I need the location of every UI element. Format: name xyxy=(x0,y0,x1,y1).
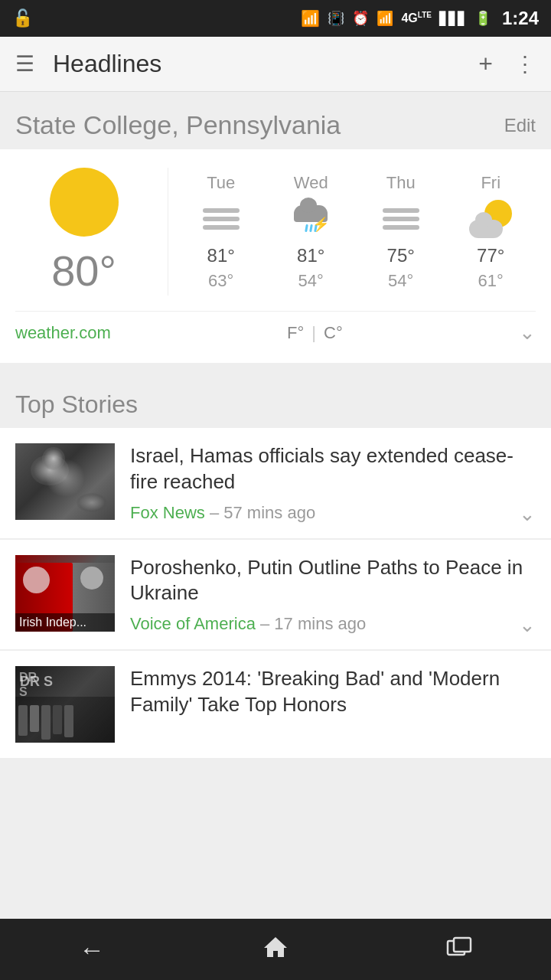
wifi-icon: 📶 xyxy=(377,10,393,27)
unit-divider: | xyxy=(311,323,316,343)
news-meta-2: Voice of America – 17 mins ago xyxy=(130,614,536,634)
4g-label: 4GLTE xyxy=(401,11,432,25)
news-expand-1[interactable]: ⌄ xyxy=(519,502,536,526)
forecast-label-wed: Wed xyxy=(294,173,328,193)
forecast-label-tue: Tue xyxy=(207,173,235,193)
news-thumbnail-1 xyxy=(15,443,115,520)
forecast-day-tue: Tue 81° 63° xyxy=(200,173,243,291)
battery-icon: 🔋 xyxy=(474,10,491,27)
celsius-toggle[interactable]: C° xyxy=(324,323,343,343)
news-time-1: – 57 mins ago xyxy=(210,503,315,522)
recents-button[interactable] xyxy=(446,936,472,963)
add-button[interactable]: + xyxy=(478,50,493,78)
news-expand-2[interactable]: ⌄ xyxy=(519,613,536,637)
wavy-icon-2 xyxy=(383,208,419,230)
fahrenheit-toggle[interactable]: F° xyxy=(287,323,304,343)
weather-link[interactable]: weather.com xyxy=(15,323,111,343)
news-title-3: Emmys 2014: 'Breaking Bad' and 'Modern F… xyxy=(130,666,536,718)
app-title: Headlines xyxy=(53,50,478,78)
status-right-icons: 📶 📳 ⏰ 📶 4GLTE ▋▋▋ 🔋 1:24 xyxy=(301,8,539,29)
signal-icon: ▋▋▋ xyxy=(439,11,467,26)
top-stories-header: Top Stories xyxy=(0,375,551,428)
current-temperature: 80° xyxy=(51,246,116,296)
news-title-2: Poroshenko, Putin Outline Paths to Peace… xyxy=(130,555,536,607)
news-thumbnail-3: DRS xyxy=(15,666,115,743)
news-meta-1: Fox News – 57 mins ago xyxy=(130,503,536,523)
news-item-3: DRS Emmys 2014: 'Breaking Bad' and 'Mode… xyxy=(0,651,551,758)
wavy-icon xyxy=(203,208,240,230)
temp-toggle: F° | C° xyxy=(287,323,343,343)
alarm-icon: ⏰ xyxy=(352,10,369,27)
forecast-icon-tue xyxy=(200,198,243,240)
forecast-day-wed: Wed ⚡ 81° 54° xyxy=(289,173,332,291)
partly-cloudy-icon xyxy=(469,200,512,238)
home-button[interactable] xyxy=(262,936,289,964)
forecast-icon-wed: ⚡ xyxy=(289,198,332,240)
news-source-1: Fox News xyxy=(130,503,205,522)
emmys-thumbnail: DRS xyxy=(15,666,115,743)
news-content-2: Poroshenko, Putin Outline Paths to Peace… xyxy=(130,555,536,635)
location-title: State College, Pennsylvania xyxy=(15,110,341,140)
svg-rect-2 xyxy=(454,938,471,952)
news-title-1: Israel, Hamas officials say extended cea… xyxy=(130,443,536,495)
forecast-high-tue: 81° xyxy=(207,245,235,266)
forecast-label-fri: Fri xyxy=(481,173,500,193)
news-source-2: Voice of America xyxy=(130,614,256,633)
weather-footer: weather.com F° | C° ⌄ xyxy=(15,311,536,345)
forecast-low-thu: 54° xyxy=(388,271,413,291)
forecast-icon-fri xyxy=(469,198,512,240)
weather-card: 80° Tue 81° 63° Wed xyxy=(0,149,551,363)
status-bar: 🔓 📶 📳 ⏰ 📶 4GLTE ▋▋▋ 🔋 1:24 xyxy=(0,0,551,37)
pc-cloud xyxy=(469,220,503,238)
time-display: 1:24 xyxy=(502,8,539,29)
back-button[interactable]: ← xyxy=(79,935,105,965)
bluetooth-icon2: 📳 xyxy=(328,10,344,27)
forecast-high-wed: 81° xyxy=(297,245,324,266)
edit-location-button[interactable]: Edit xyxy=(504,115,536,136)
more-menu-button[interactable]: ⋮ xyxy=(514,51,536,77)
top-bar: ☰ Headlines + ⋮ xyxy=(0,37,551,92)
forecast-icon-thu xyxy=(380,198,422,240)
weather-expand-button[interactable]: ⌄ xyxy=(519,321,536,345)
news-thumbnail-2: Irish Indep... xyxy=(15,555,115,632)
forecast-high-fri: 77° xyxy=(477,245,504,266)
news-item-2: Irish Indep... Poroshenko, Putin Outline… xyxy=(0,540,551,650)
status-left-icons: 🔓 xyxy=(12,8,33,28)
bluetooth-icon: 📶 xyxy=(301,9,320,28)
explosion-thumbnail xyxy=(15,443,115,520)
lock-icon: 🔓 xyxy=(12,8,33,28)
forecast-low-fri: 61° xyxy=(478,271,504,291)
news-content-1: Israel, Hamas officials say extended cea… xyxy=(130,443,536,523)
forecast-low-tue: 63° xyxy=(208,271,233,291)
thumbnail-label-2: Irish Indep... xyxy=(15,613,115,632)
forecast-high-thu: 75° xyxy=(387,245,415,266)
forecast-low-wed: 54° xyxy=(298,271,324,291)
news-item-1: Israel, Hamas officials say extended cea… xyxy=(0,428,551,538)
forecast-day-fri: Fri 77° 61° xyxy=(469,173,512,291)
location-header: State College, Pennsylvania Edit xyxy=(0,92,551,149)
hamburger-menu-icon[interactable]: ☰ xyxy=(15,51,34,77)
weather-main: 80° Tue 81° 63° Wed xyxy=(15,168,536,296)
svg-marker-0 xyxy=(264,937,287,957)
top-bar-actions: + ⋮ xyxy=(478,50,536,78)
news-content-3: Emmys 2014: 'Breaking Bad' and 'Modern F… xyxy=(130,666,536,726)
news-time-2: – 17 mins ago xyxy=(260,614,366,633)
weather-forecast: Tue 81° 63° Wed xyxy=(168,173,536,291)
forecast-day-thu: Thu 75° 54° xyxy=(380,173,422,291)
weather-current: 80° xyxy=(15,168,168,296)
forecast-label-thu: Thu xyxy=(386,173,416,193)
sun-icon xyxy=(50,168,119,237)
bottom-navigation: ← xyxy=(0,919,551,980)
